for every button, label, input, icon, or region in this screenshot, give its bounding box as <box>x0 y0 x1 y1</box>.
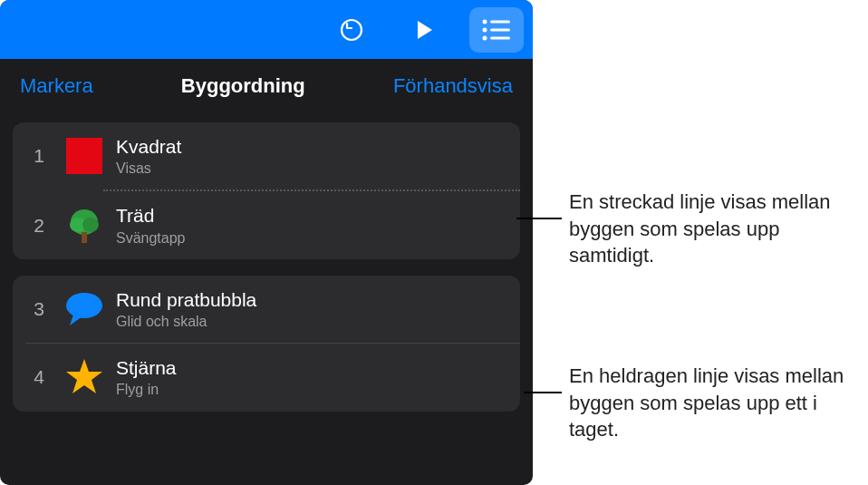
callout-dotted: En streckad linje visas mellan byggen so… <box>569 189 850 269</box>
tab-preview[interactable]: Förhandsvisa <box>393 74 513 98</box>
svg-point-12 <box>66 293 102 318</box>
build-title: Kvadrat <box>116 135 181 158</box>
callout-solid: En heldragen linje visas mellan byggen s… <box>569 363 850 443</box>
svg-rect-7 <box>66 138 102 174</box>
play-icon <box>412 18 436 42</box>
build-title: Stjärna <box>116 356 177 379</box>
build-row[interactable]: 1 Kvadrat Visas <box>13 122 520 189</box>
toolbar <box>0 0 533 59</box>
svg-point-1 <box>483 19 487 24</box>
build-number: 2 <box>25 215 53 237</box>
speech-bubble-icon <box>63 288 105 330</box>
svg-rect-4 <box>490 28 510 31</box>
build-effect: Visas <box>116 160 181 177</box>
callout-connector <box>516 218 562 219</box>
svg-rect-11 <box>82 232 87 243</box>
undo-icon <box>338 16 365 44</box>
svg-point-5 <box>483 35 487 40</box>
svg-rect-6 <box>490 36 510 39</box>
svg-rect-2 <box>490 20 510 23</box>
tab-select[interactable]: Markera <box>20 74 93 98</box>
play-button[interactable] <box>397 7 451 53</box>
list-icon <box>481 18 512 42</box>
build-row[interactable]: 4 Stjärna Flyg in <box>13 344 520 411</box>
build-group: 1 Kvadrat Visas 2 <box>13 122 520 259</box>
build-row[interactable]: 2 Träd Svängtapp <box>13 191 520 258</box>
tab-bar: Markera Byggordning Förhandsvisa <box>0 59 533 113</box>
build-row[interactable]: 3 Rund pratbubbla Glid och skala <box>13 276 520 343</box>
build-number: 1 <box>25 145 53 167</box>
tab-build-order[interactable]: Byggordning <box>181 74 305 98</box>
build-effect: Svängtapp <box>116 229 186 247</box>
svg-point-0 <box>342 20 362 40</box>
build-effect: Flyg in <box>116 381 177 398</box>
square-icon <box>63 135 105 177</box>
build-title: Träd <box>116 204 186 227</box>
build-number: 4 <box>25 366 53 388</box>
build-order-panel: Markera Byggordning Förhandsvisa 1 Kvadr… <box>0 0 533 485</box>
build-number: 3 <box>25 298 53 320</box>
undo-button[interactable] <box>324 7 379 53</box>
build-effect: Glid och skala <box>116 313 256 330</box>
build-title: Rund pratbubbla <box>116 288 256 311</box>
star-icon <box>63 356 105 398</box>
svg-point-3 <box>483 27 487 32</box>
callout-connector <box>524 392 562 393</box>
build-list: 1 Kvadrat Visas 2 <box>0 113 533 412</box>
tree-icon <box>63 205 105 247</box>
svg-point-10 <box>82 218 99 232</box>
list-button[interactable] <box>469 7 524 53</box>
build-group: 3 Rund pratbubbla Glid och skala 4 <box>13 276 520 412</box>
